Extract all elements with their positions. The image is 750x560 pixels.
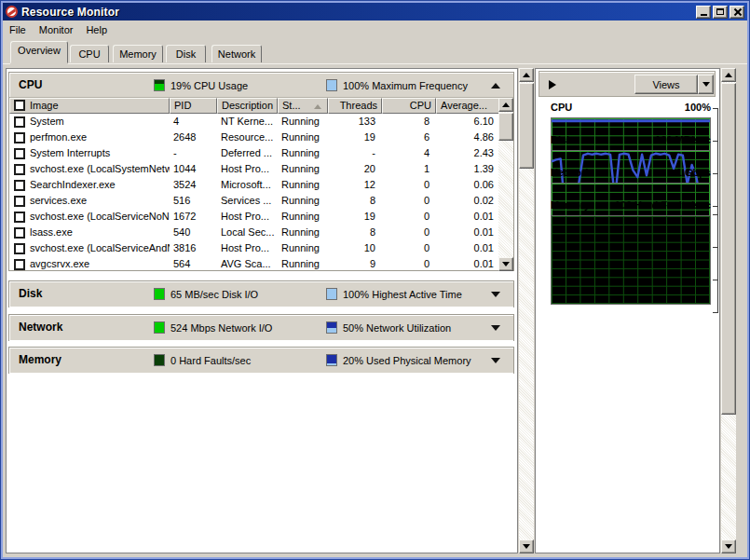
cpu-usage-gauge-icon bbox=[154, 79, 165, 91]
memory-expand-arrow-icon[interactable] bbox=[491, 358, 500, 363]
network-utilization-gauge-icon bbox=[326, 321, 337, 334]
window-frame: Resource Monitor File Monitor Help Overv… bbox=[3, 3, 747, 557]
close-button[interactable] bbox=[730, 6, 744, 19]
graphs-pane-scrollbar[interactable] bbox=[721, 68, 736, 553]
disk-active-gauge-icon bbox=[326, 288, 337, 300]
disk-io-label: 65 MB/sec Disk I/O bbox=[170, 289, 258, 300]
minimize-icon bbox=[701, 14, 707, 16]
column-header-threads[interactable]: Threads bbox=[328, 98, 382, 114]
row-checkbox[interactable] bbox=[15, 149, 24, 158]
cell-cpu: 6 bbox=[382, 130, 436, 145]
cell-status: Running bbox=[278, 240, 328, 256]
tab-disk[interactable]: Disk bbox=[166, 45, 206, 62]
memory-faults-gauge-icon bbox=[154, 354, 165, 366]
menu-help[interactable]: Help bbox=[79, 22, 114, 37]
network-io-label: 524 Mbps Network I/O bbox=[170, 322, 272, 334]
scroll-down-button[interactable] bbox=[519, 540, 534, 553]
column-header-description[interactable]: Description bbox=[217, 98, 278, 114]
table-row[interactable]: System Interrupts-Deferred ...Running-42… bbox=[9, 145, 500, 161]
cell-threads: 10 bbox=[328, 240, 382, 256]
disk-expand-arrow-icon[interactable] bbox=[491, 292, 500, 297]
disk-section-header[interactable]: Disk 65 MB/sec Disk I/O 100% Highest Act… bbox=[9, 281, 513, 307]
cell-image: lsass.exe bbox=[9, 225, 170, 240]
views-button[interactable]: Views bbox=[634, 75, 698, 94]
cell-cpu: 1 bbox=[382, 161, 436, 177]
cell-description: AVG Sca... bbox=[217, 256, 278, 272]
scrollbar-thumb[interactable] bbox=[519, 83, 534, 169]
memory-section-header[interactable]: Memory 0 Hard Faults/sec 20% Used Physic… bbox=[9, 348, 513, 373]
column-header-image[interactable]: Image bbox=[9, 98, 170, 114]
tab-memory[interactable]: Memory bbox=[113, 45, 163, 62]
column-header-average[interactable]: Average... bbox=[436, 98, 500, 114]
cell-image: svchost.exe (LocalServiceNoNet... bbox=[9, 209, 170, 225]
graph-plot bbox=[551, 215, 711, 305]
sort-asc-icon bbox=[314, 104, 321, 109]
table-row[interactable]: avgcsrvx.exe564AVG Sca...Running900.01 bbox=[9, 256, 500, 272]
process-table-scrollbar[interactable] bbox=[498, 98, 513, 271]
maximize-button[interactable] bbox=[713, 6, 728, 19]
process-table-header: Image PID Description St... Threads CPU … bbox=[9, 98, 500, 114]
axis-bracket bbox=[713, 206, 718, 313]
scroll-up-button[interactable] bbox=[721, 68, 736, 82]
cell-average: 1.39 bbox=[436, 161, 500, 177]
minimize-button[interactable] bbox=[696, 6, 711, 19]
tab-network[interactable]: Network bbox=[211, 45, 262, 62]
cell-threads: 133 bbox=[328, 114, 382, 130]
network-section-header[interactable]: Network 524 Mbps Network I/O 50% Network… bbox=[9, 315, 513, 340]
scroll-up-button[interactable] bbox=[498, 98, 513, 112]
table-row[interactable]: SearchIndexer.exe3524Microsoft...Running… bbox=[9, 177, 500, 193]
disk-section: Disk 65 MB/sec Disk I/O 100% Highest Act… bbox=[8, 280, 514, 307]
tab-cpu[interactable]: CPU bbox=[70, 45, 109, 62]
table-row[interactable]: svchost.exe (LocalServiceAndN...3816Host… bbox=[9, 240, 500, 256]
network-section: Network 524 Mbps Network I/O 50% Network… bbox=[8, 314, 514, 341]
menu-file[interactable]: File bbox=[3, 22, 33, 37]
cpu-frequency-gauge-icon bbox=[326, 79, 337, 91]
cell-status: Running bbox=[278, 161, 328, 177]
row-checkbox[interactable] bbox=[15, 228, 24, 238]
cell-threads: 12 bbox=[328, 177, 382, 193]
views-dropdown-button[interactable] bbox=[698, 75, 714, 94]
table-row[interactable]: perfmon.exe2648Resource...Running1964.86 bbox=[9, 130, 500, 145]
disk-section-title: Disk bbox=[19, 287, 42, 300]
scroll-up-button[interactable] bbox=[519, 68, 534, 82]
select-all-checkbox[interactable] bbox=[15, 101, 24, 110]
scrollbar-thumb[interactable] bbox=[498, 113, 513, 141]
row-checkbox[interactable] bbox=[15, 197, 24, 206]
cpu-section-header[interactable]: CPU 19% CPU Usage 100% Maximum Frequency bbox=[9, 73, 513, 98]
scrollbar-thumb[interactable] bbox=[721, 83, 736, 415]
row-checkbox[interactable] bbox=[15, 117, 24, 127]
column-header-cpu[interactable]: CPU bbox=[382, 98, 436, 114]
network-expand-arrow-icon[interactable] bbox=[491, 325, 500, 331]
column-header-pid[interactable]: PID bbox=[170, 98, 217, 114]
table-row[interactable]: svchost.exe (LocalServiceNoNet...1672Hos… bbox=[9, 209, 500, 225]
cell-average: 0.01 bbox=[436, 256, 500, 272]
cell-pid: 516 bbox=[170, 193, 217, 209]
row-checkbox[interactable] bbox=[15, 260, 24, 269]
close-icon bbox=[733, 7, 742, 16]
cpu-collapse-arrow-icon[interactable] bbox=[491, 83, 500, 89]
overview-tab-content: CPU 19% CPU Usage 100% Maximum Frequency… bbox=[3, 64, 747, 557]
cell-cpu: 0 bbox=[382, 209, 436, 225]
menu-monitor[interactable]: Monitor bbox=[33, 22, 80, 37]
row-checkbox[interactable] bbox=[15, 244, 24, 253]
table-row[interactable]: System4NT Kerne...Running13386.10 bbox=[9, 114, 500, 130]
tab-overview[interactable]: Overview bbox=[10, 41, 68, 63]
titlebar[interactable]: Resource Monitor bbox=[3, 3, 747, 20]
row-checkbox[interactable] bbox=[15, 212, 24, 222]
collapse-graphs-button[interactable] bbox=[549, 77, 566, 92]
row-checkbox[interactable] bbox=[15, 133, 24, 143]
table-row[interactable]: lsass.exe540Local Sec...Running800.01 bbox=[9, 225, 500, 240]
memory-section: Memory 0 Hard Faults/sec 20% Used Physic… bbox=[8, 347, 514, 374]
scroll-down-button[interactable] bbox=[721, 540, 736, 553]
table-row[interactable]: services.exe516Services ...Running800.02 bbox=[9, 193, 500, 209]
left-pane: CPU 19% CPU Usage 100% Maximum Frequency… bbox=[6, 68, 518, 553]
cell-pid: 1044 bbox=[170, 161, 217, 177]
graph-title: CPU bbox=[551, 102, 572, 113]
cell-cpu: 4 bbox=[382, 145, 436, 161]
table-row[interactable]: svchost.exe (LocalSystemNetwo...1044Host… bbox=[9, 161, 500, 177]
row-checkbox[interactable] bbox=[15, 181, 24, 190]
column-header-status[interactable]: St... bbox=[278, 98, 328, 114]
left-pane-scrollbar[interactable] bbox=[519, 68, 534, 553]
scroll-down-button[interactable] bbox=[498, 257, 513, 271]
row-checkbox[interactable] bbox=[15, 165, 24, 174]
